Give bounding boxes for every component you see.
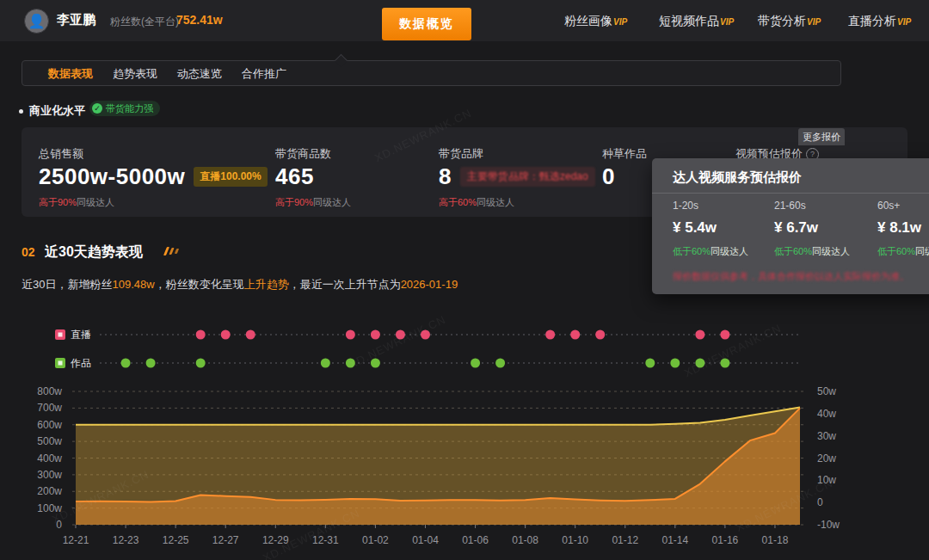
- nav-tab-commerce-analysis[interactable]: 带货分析VIP: [758, 14, 821, 29]
- x-axis-tick: 01-08: [512, 534, 538, 546]
- creator-name: 李亚鹏: [57, 12, 95, 28]
- chart-event-rows: 直播作品: [55, 329, 798, 369]
- live-event-dot: [221, 330, 231, 340]
- left-axis-tick: 0: [56, 519, 62, 531]
- works-event-dot: [471, 359, 480, 368]
- vip-badge: VIP: [807, 17, 821, 27]
- live-event-dot: [570, 330, 580, 340]
- left-axis-tick: 600w: [37, 419, 62, 431]
- x-axis-tick: 01-16: [712, 534, 739, 546]
- left-axis-tick: 200w: [37, 485, 62, 497]
- vip-badge: VIP: [613, 17, 627, 27]
- peer-compare-note: 高于90%同级达人: [275, 196, 351, 209]
- works-event-dot: [720, 359, 729, 368]
- x-axis-tick: 01-10: [562, 534, 588, 546]
- x-axis-tick: 01-12: [612, 534, 638, 546]
- peer-compare-note: 低于60%同级达人: [673, 245, 776, 258]
- live-event-dot: [396, 330, 405, 340]
- divider: [652, 193, 929, 194]
- works-event-dot: [371, 359, 380, 368]
- works-event-dot: [346, 359, 355, 368]
- main-brand-tag: 主要带货品牌：甄选zedao: [460, 167, 595, 187]
- legend-label: 作品: [70, 357, 91, 369]
- quote-price: ¥ 6.7w: [774, 219, 877, 237]
- peer-compare-note: 低于60%同级达人: [877, 245, 929, 258]
- right-axis-tick: 20w: [817, 452, 836, 465]
- video-quote-popup: 达人视频服务预估报价 1-20s ¥ 5.4w 低于60%同级达人 21-60s…: [652, 158, 929, 294]
- product-count-value: 465: [275, 163, 314, 190]
- x-axis-tick: 12-21: [63, 534, 89, 546]
- works-event-dot: [146, 359, 156, 368]
- left-axis-tick: 700w: [37, 402, 62, 414]
- right-axis-tick: 0: [817, 496, 823, 508]
- x-axis-tick: 12-27: [212, 534, 239, 546]
- subtab-trend-performance[interactable]: 趋势表现: [113, 66, 157, 82]
- live-share-badge: 直播100.00%: [194, 167, 267, 187]
- left-axis-tick: 500w: [37, 435, 62, 447]
- peer-compare-note: 低于60%同级达人: [774, 245, 877, 258]
- subtab-data-performance[interactable]: 数据表现: [48, 66, 93, 82]
- live-event-dot: [595, 330, 605, 340]
- works-event-dot: [695, 359, 704, 368]
- capability-badge: ✓ 带货能力强: [89, 101, 160, 116]
- section-title-trend: 近30天趋势表现: [45, 243, 143, 262]
- slashes-icon: [165, 247, 181, 255]
- brand-count-value: 8: [439, 163, 452, 190]
- x-axis-tick: 01-02: [362, 534, 389, 546]
- total-sales-value: 2500w-5000w: [39, 163, 185, 190]
- works-event-dot: [121, 359, 131, 368]
- section-index: 02: [22, 245, 35, 259]
- works-event-dot: [645, 359, 655, 368]
- nav-tab-live-analysis[interactable]: 直播分析VIP: [848, 14, 911, 29]
- works-event-dot: [196, 359, 206, 368]
- x-axis-tick: 01-06: [462, 534, 489, 546]
- nav-tab-data-overview[interactable]: 数据概览: [382, 8, 471, 40]
- x-axis-tick: 12-23: [113, 534, 139, 546]
- check-circle-icon: ✓: [92, 103, 102, 114]
- left-axis-tick: 100w: [37, 502, 62, 514]
- live-event-dot: [196, 330, 206, 340]
- peer-compare-note: 高于60%同级达人: [439, 196, 514, 209]
- right-axis-tick: 10w: [817, 474, 836, 486]
- live-event-dot: [545, 330, 555, 340]
- live-event-dot: [371, 330, 380, 340]
- quote-col-1-20s: 1-20s ¥ 5.4w 低于60%同级达人: [673, 200, 776, 258]
- live-event-dot: [346, 330, 355, 340]
- right-axis-tick: 40w: [817, 408, 836, 420]
- live-event-dot: [720, 330, 729, 340]
- avatar[interactable]: 👤: [24, 9, 49, 34]
- quote-price: ¥ 5.4w: [673, 219, 776, 237]
- live-event-dot: [421, 330, 430, 340]
- vip-badge: VIP: [720, 17, 734, 27]
- fans-count-label: 粉丝数(全平台): [110, 15, 179, 29]
- live-event-dot: [695, 330, 704, 340]
- nav-tab-short-video[interactable]: 短视频作品VIP: [659, 14, 734, 29]
- x-axis-tick: 01-04: [412, 534, 439, 546]
- subtab-activity-overview[interactable]: 动态速览: [177, 66, 222, 82]
- x-axis-tick: 12-29: [262, 534, 289, 546]
- x-axis-tick: 01-14: [661, 534, 688, 546]
- more-quotes-button[interactable]: 更多报价: [798, 128, 845, 145]
- right-axis-tick: 30w: [817, 430, 836, 442]
- quote-col-21-60s: 21-60s ¥ 6.7w 低于60%同级达人: [774, 200, 877, 258]
- caret-up-icon: [335, 54, 348, 68]
- peer-compare-note: 高于90%同级达人: [39, 196, 114, 209]
- popup-title: 达人视频服务预估报价: [673, 169, 802, 186]
- works-event-dot: [321, 359, 330, 368]
- nav-tab-fan-portrait[interactable]: 粉丝画像VIP: [564, 14, 627, 29]
- left-axis-tick: 800w: [37, 385, 62, 397]
- legend-label: 直播: [71, 329, 91, 341]
- x-axis-tick: 12-31: [312, 534, 339, 546]
- x-axis-tick: 12-25: [163, 534, 189, 546]
- series-line-0: [76, 407, 800, 424]
- right-axis-tick: -10w: [817, 519, 840, 531]
- x-axis-tick: 01-18: [762, 534, 789, 546]
- subtab-cooperation[interactable]: 合作推广: [242, 66, 286, 82]
- quote-disclaimer: 报价数据仅供参考，具体合作报价以达人实际报价为准。: [673, 270, 909, 283]
- trend-summary-text: 近30日，新增粉丝109.48w，粉丝数变化呈现上升趋势，最近一次上升节点为20…: [22, 277, 458, 292]
- section-bullet: [19, 109, 23, 114]
- trend-chart[interactable]: 800w700w600w500w400w300w200w100w050w40w3…: [0, 320, 929, 560]
- vip-badge: VIP: [897, 17, 911, 27]
- quote-price: ¥ 8.1w: [877, 219, 929, 237]
- right-axis-tick: 50w: [817, 385, 836, 397]
